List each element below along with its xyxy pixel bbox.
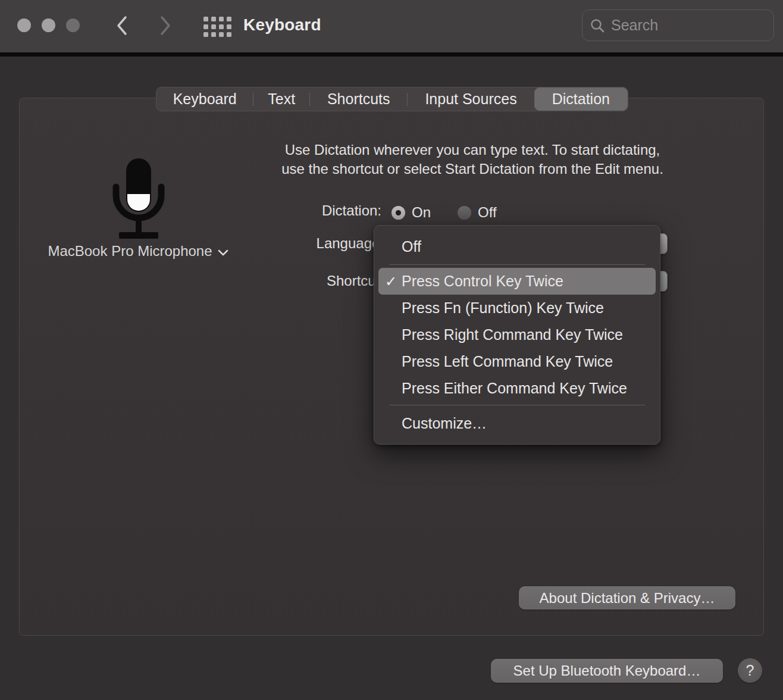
search-icon xyxy=(590,18,605,33)
radio-on[interactable] xyxy=(391,206,405,220)
search-input[interactable] xyxy=(611,17,766,34)
tab-bar: Keyboard Text Shortcuts Input Sources Di… xyxy=(156,87,628,111)
chevron-right-icon xyxy=(159,15,172,36)
menu-separator xyxy=(389,405,645,405)
microphone-selector[interactable]: MacBook Pro Microphone xyxy=(24,243,252,260)
menu-item-press-either-command-key-twice[interactable]: Press Either Command Key Twice xyxy=(374,375,660,402)
window-controls xyxy=(17,18,80,32)
menu-item-customize[interactable]: Customize… xyxy=(374,408,660,438)
shortcut-label: Shortcut: xyxy=(274,273,384,289)
microphone-name: MacBook Pro Microphone xyxy=(48,243,212,260)
tab-input-sources[interactable]: Input Sources xyxy=(408,88,534,111)
radio-on-label: On xyxy=(412,204,431,221)
radio-off-label: Off xyxy=(478,204,497,221)
search-field[interactable] xyxy=(582,10,774,41)
close-window-button[interactable] xyxy=(17,18,31,32)
chevron-left-icon xyxy=(115,15,129,36)
set-up-bluetooth-keyboard-button[interactable]: Set Up Bluetooth Keyboard… xyxy=(491,659,723,683)
chevron-down-icon xyxy=(218,249,228,256)
description-line-2: use the shortcut or select Start Dictati… xyxy=(234,160,710,179)
titlebar: Keyboard xyxy=(0,0,783,52)
about-dictation-privacy-button[interactable]: About Dictation & Privacy… xyxy=(519,586,735,610)
menu-item-press-left-command-key-twice[interactable]: Press Left Command Key Twice xyxy=(374,348,660,375)
tab-shortcuts[interactable]: Shortcuts xyxy=(310,88,407,111)
microphone-icon xyxy=(111,158,166,239)
dictation-description: Use Dictation wherever you can type text… xyxy=(234,140,710,179)
minimize-window-button[interactable] xyxy=(42,18,55,32)
menu-item-press-control-key-twice[interactable]: ✓ Press Control Key Twice xyxy=(378,268,656,295)
description-line-1: Use Dictation wherever you can type text… xyxy=(234,140,710,160)
keyboard-preferences-window: Keyboard Keyboard Text Shortcuts Input S… xyxy=(0,0,783,700)
menu-item-press-fn-key-twice[interactable]: Press Fn (Function) Key Twice xyxy=(374,295,660,321)
tab-text[interactable]: Text xyxy=(253,88,309,111)
shortcut-menu: Off ✓ Press Control Key Twice Press Fn (… xyxy=(374,225,660,445)
language-label: Language: xyxy=(274,235,384,252)
titlebar-divider xyxy=(0,52,783,57)
tab-keyboard[interactable]: Keyboard xyxy=(156,88,253,111)
back-button[interactable] xyxy=(113,14,131,38)
menu-separator xyxy=(389,264,645,265)
forward-button[interactable] xyxy=(156,14,174,38)
radio-off[interactable] xyxy=(458,206,471,220)
menu-item-off[interactable]: Off xyxy=(374,232,660,261)
menu-item-press-right-command-key-twice[interactable]: Press Right Command Key Twice xyxy=(374,321,660,348)
window-title: Keyboard xyxy=(243,15,321,35)
tab-dictation[interactable]: Dictation xyxy=(534,88,628,111)
dictation-label: Dictation: xyxy=(297,202,381,219)
zoom-window-button[interactable] xyxy=(66,18,80,32)
help-button[interactable]: ? xyxy=(738,658,762,683)
show-all-grid-icon[interactable] xyxy=(203,17,231,37)
checkmark-icon: ✓ xyxy=(385,273,397,290)
dictation-radio-group: On Off xyxy=(391,204,497,221)
